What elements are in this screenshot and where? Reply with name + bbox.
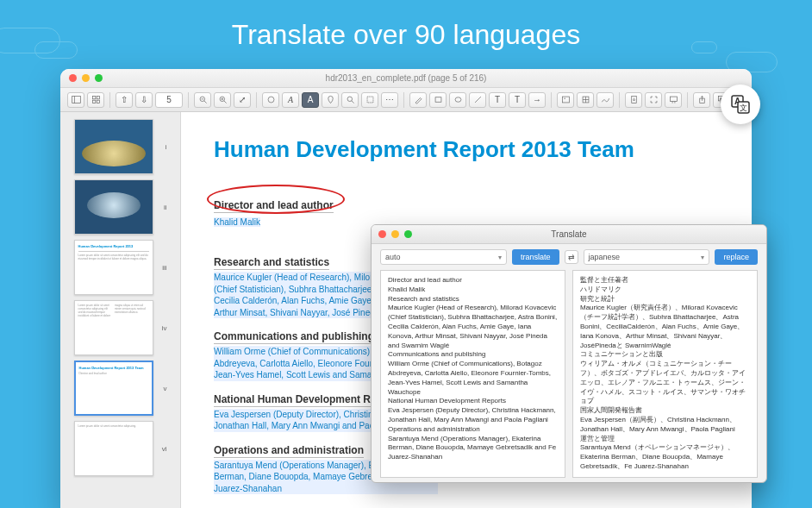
svg-point-21 — [564, 97, 565, 98]
source-text-pane[interactable]: Director and lead authorKhalid MalikRese… — [380, 270, 565, 478]
thumbnails-view-button[interactable] — [87, 92, 104, 108]
translate-feature-callout: A文 — [721, 85, 760, 124]
fit-width-button[interactable]: ⤢ — [234, 92, 251, 108]
svg-line-19 — [475, 97, 481, 103]
present-button[interactable] — [665, 92, 682, 108]
highlight-tool-button[interactable]: A — [302, 92, 319, 108]
minimize-window-button[interactable] — [391, 230, 399, 238]
magnifier-button[interactable] — [341, 92, 359, 108]
pencil-tool-button[interactable] — [409, 92, 427, 108]
fullscreen-button[interactable] — [645, 92, 662, 108]
svg-point-14 — [347, 97, 353, 102]
line-tool-button[interactable] — [469, 92, 486, 108]
zoom-window-button[interactable] — [404, 230, 412, 238]
minimize-window-button[interactable] — [82, 74, 90, 82]
page-thumbnail[interactable] — [74, 119, 153, 174]
translate-window: Translate auto translate ⇄ japanese repl… — [371, 224, 767, 483]
svg-rect-17 — [435, 97, 441, 103]
export-button[interactable] — [625, 92, 642, 108]
crop-tool-button[interactable] — [361, 92, 378, 108]
zoom-in-button[interactable] — [214, 92, 231, 108]
translate-window-titlebar: Translate — [372, 225, 766, 244]
svg-line-8 — [203, 101, 206, 103]
image-button[interactable] — [557, 92, 574, 108]
page-number-input[interactable]: 5 — [155, 92, 183, 108]
target-language-select[interactable]: japanese — [584, 249, 710, 265]
zoom-out-button[interactable] — [194, 92, 211, 108]
stamp-button[interactable] — [577, 92, 594, 108]
font-button[interactable]: A — [282, 92, 299, 108]
svg-rect-4 — [92, 100, 95, 103]
svg-rect-2 — [92, 96, 95, 98]
svg-point-18 — [455, 97, 461, 103]
textbox-tool-button[interactable]: T — [509, 92, 526, 108]
swap-languages-button[interactable]: ⇄ — [565, 250, 578, 264]
translate-button[interactable]: translate — [512, 249, 559, 265]
thumb-label: vi — [159, 445, 167, 453]
section-heading: Director and lead author — [214, 199, 334, 213]
svg-line-12 — [223, 101, 226, 103]
marketing-headline: Translate over 90 languages — [0, 0, 812, 51]
zoom-window-button[interactable] — [95, 74, 103, 82]
svg-rect-16 — [367, 97, 373, 103]
section-heading: Research and statistics — [214, 256, 329, 270]
bookmark-button[interactable] — [262, 92, 279, 108]
section-heading: Operations and administration — [214, 444, 364, 458]
thumb-label: v — [159, 385, 167, 392]
share-button[interactable] — [693, 92, 710, 108]
close-window-button[interactable] — [378, 230, 386, 238]
source-language-select[interactable]: auto — [380, 249, 507, 265]
thumb-label: ii — [159, 204, 167, 211]
svg-rect-20 — [562, 97, 569, 103]
page-thumbnail[interactable]: Human Development Report 2013Lorem ipsum… — [74, 240, 153, 295]
thumb-label: i — [159, 143, 167, 151]
section-heading: Communications and publishing — [214, 330, 374, 344]
svg-rect-26 — [670, 97, 677, 102]
page-title: Human Development Report 2013 Team — [214, 136, 719, 163]
thumbnail-sidebar: i ii Human Development Report 2013Lorem … — [60, 112, 181, 508]
page-thumbnail[interactable] — [74, 179, 153, 235]
target-text-pane[interactable]: 監督と主任著者ハリドマリク研究と統計Maurice Kugler（研究責任者）、… — [572, 270, 758, 478]
arrow-tool-button[interactable]: → — [528, 92, 546, 108]
svg-rect-3 — [97, 96, 99, 98]
snapshot-button[interactable]: ⋯ — [381, 92, 398, 108]
replace-button[interactable]: replace — [715, 249, 758, 265]
signature-button[interactable] — [597, 92, 614, 108]
thumb-label: iv — [159, 324, 167, 332]
close-window-button[interactable] — [69, 74, 77, 82]
svg-text:文: 文 — [740, 103, 747, 112]
sidebar-toggle-button[interactable] — [67, 92, 84, 108]
svg-rect-5 — [97, 100, 99, 103]
page-thumbnail[interactable]: Lorem ipsum dolor sit amet consectetur a… — [74, 421, 153, 476]
page-thumbnail[interactable]: Lorem ipsum dolor sit amet consectetur a… — [74, 300, 153, 355]
svg-rect-0 — [72, 96, 80, 103]
search-button[interactable] — [322, 92, 339, 108]
translate-window-title: Translate — [551, 229, 586, 239]
text-tool-button[interactable]: T — [489, 92, 506, 108]
svg-point-13 — [268, 97, 274, 103]
shape-rect-button[interactable] — [429, 92, 447, 108]
section-body: Khalid Malik — [214, 217, 260, 227]
window-title: hdr2013_en_complete.pdf (page 5 of 216) — [326, 73, 487, 83]
next-page-button[interactable]: ⇩ — [135, 92, 153, 108]
shape-circle-button[interactable] — [449, 92, 466, 108]
thumb-label: iii — [159, 264, 167, 272]
main-toolbar: ⇧ ⇩ 5 ⤢ A A ⋯ T T → A文 — [60, 88, 752, 112]
window-titlebar: hdr2013_en_complete.pdf (page 5 of 216) — [60, 69, 752, 88]
prev-page-button[interactable]: ⇧ — [116, 92, 133, 108]
page-thumbnail[interactable]: Human Development Report 2013 TeamDirect… — [74, 361, 153, 416]
svg-line-15 — [351, 101, 353, 103]
